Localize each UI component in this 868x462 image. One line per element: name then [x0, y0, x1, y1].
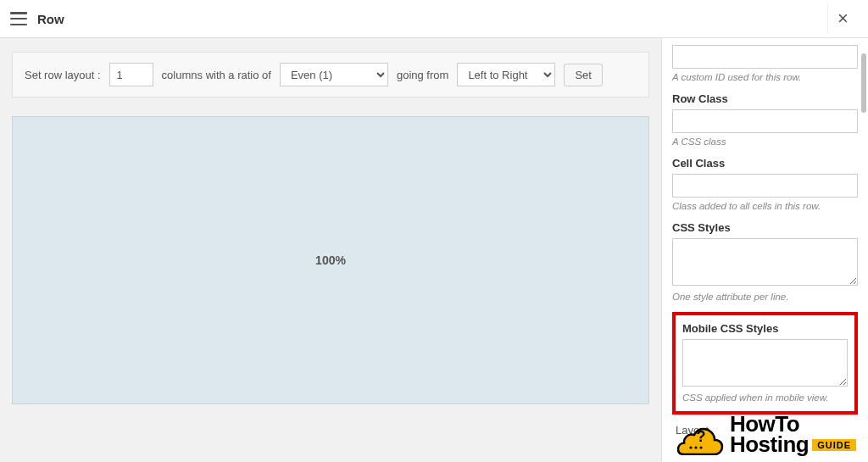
close-icon[interactable]: ×	[827, 3, 858, 34]
cell-class-hint: Class added to all cells in this row.	[672, 201, 858, 211]
ratio-select[interactable]: Even (1)	[280, 63, 388, 86]
css-styles-hint: One style attribute per line.	[672, 292, 858, 302]
custom-id-field: A custom ID used for this row.	[672, 45, 858, 82]
cell-class-input[interactable]	[672, 174, 858, 198]
dialog-header: Row ×	[0, 0, 868, 38]
mobile-css-field: Mobile CSS Styles CSS applied when in mo…	[682, 322, 848, 403]
row-class-field: Row Class A CSS class	[672, 92, 858, 147]
custom-id-hint: A custom ID used for this row.	[672, 72, 858, 82]
scrollbar[interactable]	[860, 38, 866, 462]
dialog-title: Row	[37, 12, 64, 26]
custom-id-input[interactable]	[672, 45, 858, 69]
css-styles-label: CSS Styles	[672, 221, 858, 234]
row-preview[interactable]: 100%	[12, 116, 649, 404]
mobile-css-label: Mobile CSS Styles	[682, 322, 848, 335]
row-layout-toolbar: Set row layout : columns with a ratio of…	[12, 52, 649, 97]
mobile-css-highlight: Mobile CSS Styles CSS applied when in mo…	[672, 312, 858, 415]
header-left: Row	[10, 12, 64, 26]
menu-icon[interactable]	[10, 12, 27, 25]
row-class-hint: A CSS class	[672, 136, 858, 147]
settings-sidebar: A custom ID used for this row. Row Class…	[661, 38, 868, 462]
mobile-css-textarea[interactable]	[682, 339, 848, 387]
row-class-input[interactable]	[672, 109, 858, 133]
row-class-label: Row Class	[672, 92, 858, 105]
preview-cell-label: 100%	[315, 253, 346, 267]
main-panel: Set row layout : columns with a ratio of…	[0, 38, 661, 462]
cell-class-label: Cell Class	[672, 157, 858, 170]
toolbar-label-prefix: Set row layout :	[25, 69, 101, 81]
cell-class-field: Cell Class Class added to all cells in t…	[672, 157, 858, 211]
direction-select[interactable]: Left to Right	[457, 63, 555, 86]
mobile-css-hint: CSS applied when in mobile view.	[682, 392, 848, 403]
columns-count-input[interactable]	[109, 63, 153, 86]
css-styles-field: CSS Styles One style attribute per line.	[672, 221, 858, 302]
set-button[interactable]: Set	[564, 64, 603, 86]
css-styles-textarea[interactable]	[672, 238, 858, 286]
toolbar-label-ratio: columns with a ratio of	[162, 69, 271, 81]
toolbar-label-going: going from	[397, 69, 448, 81]
layout-section-toggle[interactable]: Layout	[672, 415, 858, 445]
